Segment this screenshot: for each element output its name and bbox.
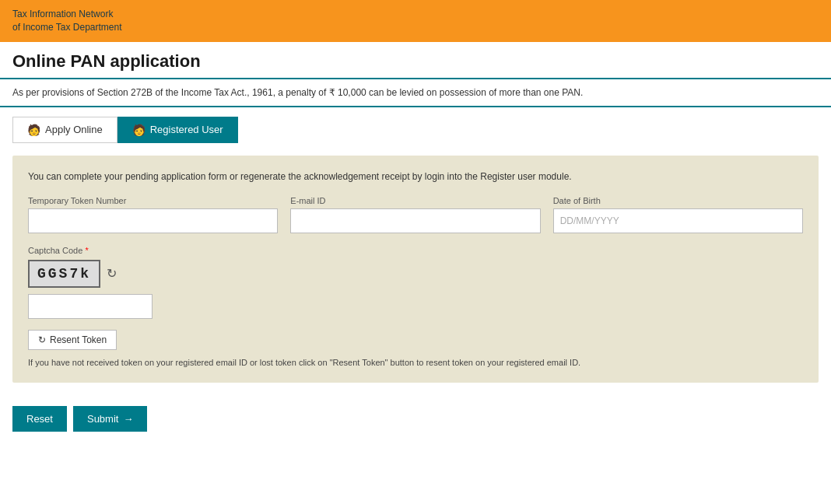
- apply-online-icon: 🧑: [27, 124, 40, 136]
- captcha-image: GGS7k: [28, 260, 100, 288]
- captcha-input[interactable]: [28, 294, 153, 319]
- submit-button[interactable]: Submit →: [73, 406, 147, 432]
- header-line2: of Income Tax Department: [12, 21, 122, 34]
- notice-text: As per provisions of Section 272B of the…: [12, 87, 583, 98]
- form-info: You can complete your pending applicatio…: [28, 171, 803, 182]
- submit-arrow-icon: →: [123, 413, 133, 425]
- tab-apply-online-label: Apply Online: [45, 124, 103, 135]
- dob-field-group: Date of Birth: [553, 196, 803, 233]
- dob-input[interactable]: [553, 208, 803, 233]
- tab-registered-user-label: Registered User: [150, 124, 223, 135]
- reset-label: Reset: [26, 413, 53, 425]
- content: You can complete your pending applicatio…: [0, 143, 831, 395]
- captcha-label: Captcha Code *: [28, 246, 803, 255]
- btn-bar: Reset Submit →: [0, 395, 831, 443]
- refresh-captcha-icon[interactable]: ↻: [107, 266, 117, 281]
- token-input[interactable]: [28, 208, 278, 233]
- header: Tax Information Network of Income Tax De…: [0, 0, 831, 42]
- page-title: Online PAN application: [12, 51, 819, 72]
- email-input[interactable]: [290, 208, 540, 233]
- submit-label: Submit: [87, 413, 118, 425]
- header-title: Tax Information Network of Income Tax De…: [12, 8, 122, 34]
- dob-label: Date of Birth: [553, 196, 803, 205]
- page-title-bar: Online PAN application: [0, 42, 831, 79]
- resend-token-button[interactable]: ↻ Resent Token: [28, 330, 117, 350]
- resend-icon: ↻: [38, 334, 46, 345]
- form-panel: You can complete your pending applicatio…: [12, 156, 819, 383]
- captcha-required-marker: *: [85, 246, 88, 255]
- email-label: E-mail ID: [290, 196, 540, 205]
- reset-button[interactable]: Reset: [12, 406, 67, 432]
- captcha-row: GGS7k ↻: [28, 260, 803, 288]
- notice-bar: As per provisions of Section 272B of the…: [0, 79, 831, 107]
- token-label: Temporary Token Number: [28, 196, 278, 205]
- registered-user-icon: 🧑: [132, 124, 146, 136]
- tab-apply-online[interactable]: 🧑 Apply Online: [12, 117, 117, 143]
- header-line1: Tax Information Network: [12, 8, 122, 21]
- fields-row: Temporary Token Number E-mail ID Date of…: [28, 196, 803, 233]
- tab-registered-user[interactable]: 🧑 Registered User: [117, 117, 238, 143]
- token-field-group: Temporary Token Number: [28, 196, 278, 233]
- resend-label: Resent Token: [50, 334, 107, 345]
- captcha-section: Captcha Code * GGS7k ↻: [28, 246, 803, 319]
- token-note: If you have not received token on your r…: [28, 358, 803, 367]
- tabs: 🧑 Apply Online 🧑 Registered User: [0, 107, 831, 143]
- email-field-group: E-mail ID: [290, 196, 540, 233]
